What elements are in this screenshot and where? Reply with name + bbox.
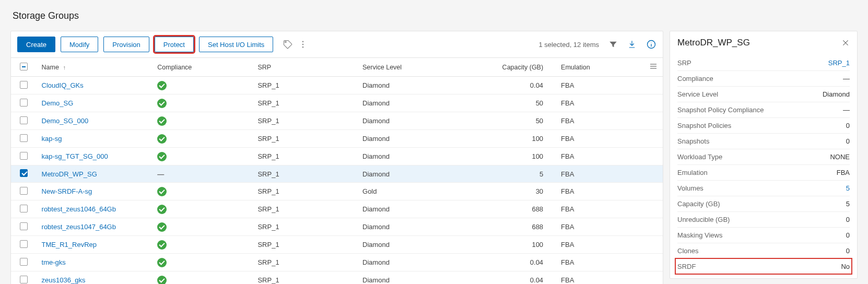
cell-srp: SRP_1 [252,77,357,94]
col-header-name[interactable]: Name ↑ [37,58,153,77]
table-row[interactable]: kap-sgSRP_1Diamond100FBA [11,130,663,148]
storage-group-link[interactable]: robtest_zeus1046_64Gb [42,205,116,213]
row-checkbox[interactable] [20,81,28,89]
close-icon[interactable] [841,39,850,47]
col-header-name-label: Name [42,64,59,71]
compliance-ok-icon [157,187,167,196]
table-row[interactable]: kap-sg_TGT_SG_000SRP_1Diamond100FBA [11,148,663,165]
property-row: EmulationFBA [677,164,850,180]
cell-capacity: 50 [484,94,556,112]
table-row[interactable]: New-SRDF-A-sgSRP_1Gold30FBA [11,183,663,200]
cell-service-level: Diamond [357,77,484,94]
storage-group-link[interactable]: kap-sg_TGT_SG_000 [42,152,108,160]
cell-emulation: FBA [556,94,644,112]
compliance-ok-icon [157,134,167,144]
property-key: Emulation [677,169,708,176]
storage-group-link[interactable]: Demo_SG_000 [42,117,89,125]
property-key: Unreducible (GB) [677,216,730,223]
cell-emulation: FBA [556,165,644,183]
col-header-emulation[interactable]: Emulation [556,58,644,77]
property-value: 0 [846,122,850,129]
storage-group-link[interactable]: zeus1036_gks [42,276,86,284]
more-actions-icon[interactable] [298,40,308,49]
info-icon[interactable] [646,39,656,50]
row-checkbox[interactable] [20,205,28,212]
storage-group-link[interactable]: tme-gks [42,258,66,266]
row-checkbox[interactable] [20,240,28,248]
col-header-srp[interactable]: SRP [252,58,357,77]
selection-status: 1 selected, 12 items [538,41,599,49]
property-row: Clones0 [677,243,850,258]
row-checkbox[interactable] [20,276,28,283]
table-row[interactable]: zeus1036_gksSRP_1Diamond0.04FBA [11,271,663,285]
table-row[interactable]: CloudIQ_GKsSRP_1Diamond0.04FBA [11,77,663,94]
col-header-service-level[interactable]: Service Level [357,58,484,77]
download-icon[interactable] [627,40,637,49]
property-row: Snapshots0 [677,133,850,149]
property-key: Snapshot Policies [677,122,731,129]
provision-button[interactable]: Provision [103,37,149,52]
cell-srp: SRP_1 [252,183,357,200]
svg-point-0 [302,41,304,42]
compliance-ok-icon [157,152,167,161]
cell-service-level: Diamond [357,130,484,148]
host-io-limits-button[interactable]: Set Host I/O Limits [199,37,273,52]
compliance-ok-icon [157,258,167,267]
storage-group-link[interactable]: Demo_SG [42,99,74,107]
create-button[interactable]: Create [17,37,55,52]
storage-groups-table: Name ↑ Compliance SRP Service Level Capa… [11,58,663,284]
storage-group-link[interactable]: TME_R1_RevRep [42,241,97,249]
cell-capacity: 30 [484,183,556,200]
tag-icon[interactable] [283,39,293,50]
row-checkbox[interactable] [20,152,28,160]
select-all-checkbox[interactable] [20,63,28,70]
table-row[interactable]: TME_R1_RevRepSRP_1Diamond100FBA [11,236,663,254]
row-checkbox[interactable] [20,258,28,266]
property-value-link[interactable]: 5 [846,184,850,192]
row-checkbox[interactable] [20,222,28,230]
table-row[interactable]: robtest_zeus1047_64GbSRP_1Diamond688FBA [11,218,663,236]
table-row[interactable]: Demo_SGSRP_1Diamond50FBA [11,94,663,112]
storage-group-link[interactable]: robtest_zeus1047_64Gb [42,223,116,231]
row-checkbox[interactable] [20,116,28,124]
protect-button[interactable]: Protect [155,37,194,52]
cell-service-level: Diamond [357,218,484,236]
cell-service-level: Gold [357,183,484,200]
cell-capacity: 688 [484,200,556,218]
toolbar-buttons: Create Modify Provision Protect Set Host… [17,37,308,52]
property-key: SRDF [677,263,696,270]
property-key: Volumes [677,184,703,192]
col-header-capacity[interactable]: Capacity (GB) [484,58,556,77]
property-value: Diamond [823,90,850,98]
cell-emulation: FBA [556,200,644,218]
property-row: Workload TypeNONE [677,149,850,164]
column-settings-icon[interactable] [649,62,658,70]
property-value-link[interactable]: SRP_1 [828,59,850,67]
modify-button[interactable]: Modify [61,37,98,52]
cell-srp: SRP_1 [252,165,357,183]
cell-srp: SRP_1 [252,112,357,130]
storage-group-link[interactable]: MetroDR_WP_SG [42,170,97,178]
property-value: 0 [846,137,850,145]
row-checkbox[interactable] [20,134,28,142]
row-checkbox[interactable] [20,99,28,106]
compliance-ok-icon [157,99,167,108]
row-checkbox[interactable] [20,169,28,177]
table-row[interactable]: robtest_zeus1046_64GbSRP_1Diamond688FBA [11,200,663,218]
table-row[interactable]: tme-gksSRP_1Diamond0.04FBA [11,254,663,271]
storage-group-link[interactable]: New-SRDF-A-sg [42,187,92,195]
property-row: SRPSRP_1 [677,55,850,70]
cell-srp: SRP_1 [252,94,357,112]
table-row[interactable]: MetroDR_WP_SG—SRP_1Diamond5FBA [11,165,663,183]
property-row: Service LevelDiamond [677,86,850,102]
cell-capacity: 5 [484,165,556,183]
table-row[interactable]: Demo_SG_000SRP_1Diamond50FBA [11,112,663,130]
filter-icon[interactable] [608,40,618,49]
property-row: Compliance— [677,70,850,86]
storage-group-link[interactable]: CloudIQ_GKs [42,81,84,89]
compliance-ok-icon [157,205,167,214]
row-checkbox[interactable] [20,187,28,195]
cell-capacity: 688 [484,218,556,236]
storage-group-link[interactable]: kap-sg [42,135,62,143]
col-header-compliance[interactable]: Compliance [152,58,252,77]
